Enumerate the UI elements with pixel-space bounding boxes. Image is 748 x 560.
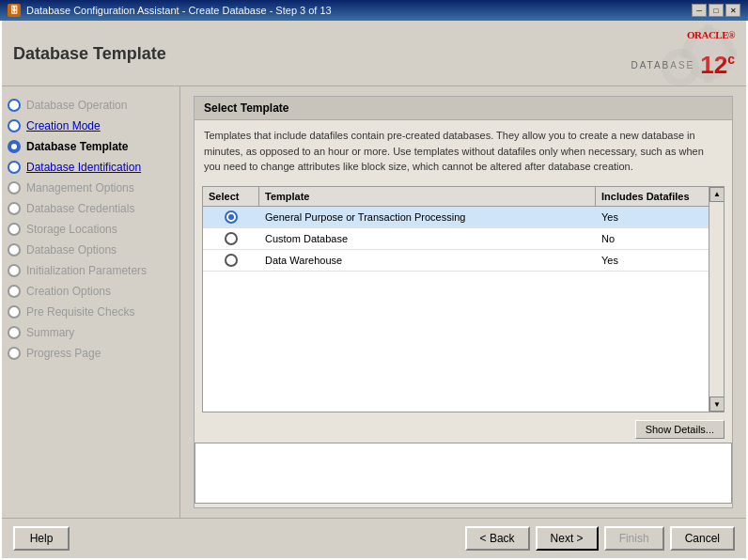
show-details-button[interactable]: Show Details... bbox=[635, 420, 725, 439]
title-bar-left: 🗄 Database Configuration Assistant - Cre… bbox=[8, 4, 332, 17]
content-area: Database OperationCreation ModeDatabase … bbox=[2, 86, 746, 518]
col-select-cell-1 bbox=[203, 228, 259, 249]
sidebar-step-icon-creation-mode bbox=[8, 119, 21, 132]
svg-point-3 bbox=[669, 56, 692, 79]
scroll-up-button[interactable]: ▲ bbox=[709, 187, 725, 202]
sidebar-label-database-identification: Database Identification bbox=[26, 161, 141, 174]
sidebar-label-storage-locations: Storage Locations bbox=[26, 223, 117, 236]
back-button[interactable]: < Back bbox=[465, 526, 530, 551]
details-area bbox=[195, 443, 732, 504]
sidebar-item-database-template[interactable]: Database Template bbox=[2, 137, 179, 156]
sidebar-step-icon-pre-requisite-checks bbox=[8, 305, 21, 319]
table-row[interactable]: Data Warehouse Yes bbox=[203, 250, 709, 272]
main-window: Database Template ORACLE® DATABASE 12c bbox=[0, 21, 748, 560]
table-row[interactable]: General Purpose or Transaction Processin… bbox=[203, 207, 709, 228]
sidebar-label-progress-page: Progress Page bbox=[26, 347, 101, 360]
sidebar-label-initialization-parameters: Initialization Parameters bbox=[26, 264, 147, 277]
close-button[interactable]: ✕ bbox=[725, 4, 740, 17]
sidebar-item-management-options: Management Options bbox=[2, 179, 179, 197]
title-bar: 🗄 Database Configuration Assistant - Cre… bbox=[0, 0, 748, 21]
sidebar-step-icon-database-credentials bbox=[8, 202, 21, 215]
sidebar-item-summary: Summary bbox=[2, 323, 179, 342]
sidebar-label-database-options: Database Options bbox=[26, 243, 117, 257]
svg-rect-5 bbox=[704, 75, 713, 83]
col-select-cell-0 bbox=[203, 207, 259, 227]
col-datafiles-cell-2: Yes bbox=[596, 251, 709, 270]
main-panel: Select Template Templates that include d… bbox=[180, 86, 746, 518]
col-header-datafiles: Includes Datafiles bbox=[596, 187, 709, 206]
sidebar-label-creation-options: Creation Options bbox=[26, 285, 111, 298]
minimize-button[interactable]: ─ bbox=[692, 4, 707, 17]
sidebar: Database OperationCreation ModeDatabase … bbox=[2, 86, 180, 518]
cancel-button[interactable]: Cancel bbox=[670, 526, 735, 551]
sidebar-item-database-identification[interactable]: Database Identification bbox=[2, 158, 179, 177]
sidebar-step-icon-database-template bbox=[8, 140, 21, 153]
sidebar-item-storage-locations: Storage Locations bbox=[2, 220, 179, 239]
col-template-cell-1: Custom Database bbox=[259, 229, 596, 248]
show-details-area: Show Details... bbox=[195, 416, 732, 443]
sidebar-step-icon-summary bbox=[8, 326, 21, 339]
col-datafiles-cell-0: Yes bbox=[596, 208, 709, 226]
sidebar-item-creation-mode[interactable]: Creation Mode bbox=[2, 117, 179, 135]
template-table-content: Select Template Includes Datafiles Gener… bbox=[203, 187, 709, 412]
sidebar-item-database-credentials: Database Credentials bbox=[2, 199, 179, 218]
table-row[interactable]: Custom Database No bbox=[203, 228, 709, 250]
sidebar-step-icon-database-operation bbox=[8, 99, 21, 112]
sidebar-step-icon-progress-page bbox=[8, 347, 21, 360]
bottom-left-buttons: Help bbox=[13, 526, 70, 551]
sidebar-label-database-template: Database Template bbox=[26, 140, 129, 153]
sidebar-label-pre-requisite-checks: Pre Requisite Checks bbox=[26, 305, 134, 319]
sidebar-label-creation-mode: Creation Mode bbox=[26, 119, 101, 132]
scrollbar[interactable]: ▲ ▼ bbox=[709, 187, 724, 412]
help-button[interactable]: Help bbox=[13, 526, 70, 551]
sidebar-step-icon-creation-options bbox=[8, 285, 21, 298]
template-panel: Select Template Templates that include d… bbox=[194, 96, 733, 508]
scrollbar-track bbox=[709, 202, 724, 397]
sidebar-item-database-operation: Database Operation bbox=[2, 96, 179, 115]
sidebar-label-database-credentials: Database Credentials bbox=[26, 202, 134, 215]
title-bar-buttons: ─ □ ✕ bbox=[692, 4, 740, 17]
app-icon: 🗄 bbox=[8, 4, 21, 17]
title-bar-text: Database Configuration Assistant - Creat… bbox=[26, 5, 332, 16]
sidebar-step-icon-database-options bbox=[8, 243, 21, 257]
sidebar-item-progress-page: Progress Page bbox=[2, 344, 179, 363]
sidebar-step-icon-storage-locations bbox=[8, 223, 21, 236]
bottom-bar: Help < Back Next > Finish Cancel bbox=[2, 518, 746, 558]
template-table-wrapper: Select Template Includes Datafiles Gener… bbox=[202, 186, 725, 413]
radio-custom[interactable] bbox=[225, 232, 238, 245]
radio-warehouse[interactable] bbox=[225, 254, 238, 267]
sidebar-item-creation-options: Creation Options bbox=[2, 282, 179, 301]
sidebar-item-database-options: Database Options bbox=[2, 241, 179, 259]
scroll-down-button[interactable]: ▼ bbox=[709, 397, 725, 412]
col-template-cell-0: General Purpose or Transaction Processin… bbox=[259, 208, 596, 226]
sidebar-item-pre-requisite-checks: Pre Requisite Checks bbox=[2, 303, 179, 321]
table-header: Select Template Includes Datafiles bbox=[203, 187, 709, 207]
header-area: Database Template ORACLE® DATABASE 12c bbox=[2, 21, 746, 86]
radio-general[interactable] bbox=[225, 210, 238, 224]
sidebar-item-initialization-parameters: Initialization Parameters bbox=[2, 261, 179, 280]
gear-decoration bbox=[558, 21, 746, 89]
sidebar-step-icon-management-options bbox=[8, 181, 21, 194]
template-panel-header: Select Template bbox=[195, 97, 732, 120]
next-button[interactable]: Next > bbox=[536, 526, 599, 551]
svg-rect-4 bbox=[704, 24, 713, 32]
maximize-button[interactable]: □ bbox=[709, 4, 724, 17]
bottom-right-buttons: < Back Next > Finish Cancel bbox=[465, 526, 735, 551]
sidebar-step-icon-database-identification bbox=[8, 161, 21, 174]
col-header-select: Select bbox=[203, 187, 259, 206]
svg-rect-7 bbox=[729, 49, 737, 58]
sidebar-label-database-operation: Database Operation bbox=[26, 99, 127, 112]
sidebar-label-summary: Summary bbox=[26, 326, 74, 339]
col-header-template: Template bbox=[259, 187, 596, 206]
col-template-cell-2: Data Warehouse bbox=[259, 251, 596, 270]
page-title: Database Template bbox=[13, 44, 166, 64]
col-select-cell-2 bbox=[203, 250, 259, 271]
svg-rect-6 bbox=[680, 49, 688, 58]
col-datafiles-cell-1: No bbox=[596, 229, 709, 248]
sidebar-step-icon-initialization-parameters bbox=[8, 264, 21, 277]
sidebar-label-management-options: Management Options bbox=[26, 181, 134, 194]
finish-button[interactable]: Finish bbox=[604, 526, 664, 551]
template-description: Templates that include datafiles contain… bbox=[195, 120, 732, 182]
